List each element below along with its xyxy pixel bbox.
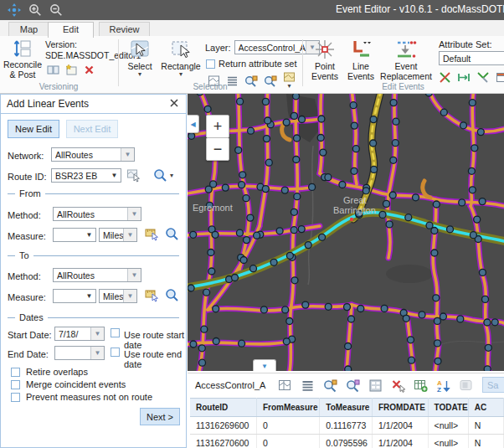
start-date-select[interactable]: 7/18/▼ xyxy=(54,327,105,341)
use-route-start-date-label: Use route start date xyxy=(124,330,186,350)
from-unit-select[interactable]: Miles▼ xyxy=(99,228,137,242)
map-viewport[interactable]: Egremont Great Barrington ◀ + − ▼ xyxy=(188,94,504,371)
use-route-end-date-checkbox[interactable] xyxy=(111,348,120,357)
collapse-table-button[interactable]: ▼ xyxy=(253,359,276,371)
col-ac[interactable]: AC xyxy=(468,399,503,417)
versioning-group-label: Versioning xyxy=(0,82,117,91)
network-select[interactable]: AllRoutes▼ xyxy=(51,147,135,162)
delete-version-icon[interactable] xyxy=(84,64,95,75)
from-measure-select[interactable]: ▼ xyxy=(53,228,96,242)
panel-title: Add Linear Events xyxy=(7,98,89,110)
grid-layer-name: AccessControl_A xyxy=(195,380,265,390)
col-tomeasure[interactable]: ToMeasure xyxy=(320,399,373,417)
grid-identify-icon[interactable] xyxy=(459,378,473,393)
route-id-label: Route ID: xyxy=(8,172,46,182)
selection-group-label: Selection xyxy=(118,82,302,91)
next-edit-button[interactable]: Next Edit xyxy=(66,120,118,138)
save-button[interactable]: Sa xyxy=(482,377,504,393)
from-measure-zoom-icon[interactable] xyxy=(165,227,179,241)
panel-header: Add Linear Events xyxy=(1,95,186,114)
grid-zoom-to-selected-icon[interactable] xyxy=(323,378,337,393)
grid-calculate-icon[interactable] xyxy=(368,378,383,393)
to-measure-zoom-icon[interactable] xyxy=(165,288,179,302)
reconcile-post-button[interactable]: Reconcile & Post xyxy=(3,39,43,80)
map-zoom-in-button[interactable]: + xyxy=(206,115,229,138)
reconcile-post-icon xyxy=(13,39,33,59)
layer-select[interactable]: AccessControl_A ▼ xyxy=(234,40,320,54)
pan-icon[interactable] xyxy=(8,3,21,17)
map-canvas: Egremont Great Barrington xyxy=(188,94,504,371)
zoom-to-route-button[interactable]: ▾ xyxy=(153,168,173,183)
to-measure-locate-icon[interactable] xyxy=(145,288,159,302)
grid-delete-selected-icon[interactable] xyxy=(391,378,405,393)
col-fromdate[interactable]: FROMDATE xyxy=(372,399,428,417)
select-tool-button[interactable]: Select ▾ xyxy=(122,39,157,77)
return-attribute-checkbox[interactable] xyxy=(206,59,215,69)
event-replacement-button[interactable]: Event Replacement xyxy=(378,39,434,81)
to-unit-select[interactable]: Miles▼ xyxy=(99,289,137,303)
layer-label: Layer: xyxy=(205,43,231,53)
prevent-measures-checkbox[interactable] xyxy=(11,393,20,402)
to-legend: To xyxy=(8,250,179,260)
map-label-barrington: Barrington xyxy=(333,205,376,215)
col-routeid[interactable]: RouteID xyxy=(190,399,256,417)
edit-events-group-label: Edit Events xyxy=(302,82,504,91)
tab-review[interactable]: Review xyxy=(99,22,150,36)
to-measure-select[interactable]: ▼ xyxy=(53,289,96,303)
attribute-set-select[interactable]: Default xyxy=(439,51,504,65)
grid-add-record-icon[interactable] xyxy=(414,378,428,393)
end-date-select[interactable]: ▼ xyxy=(54,346,105,360)
table-row[interactable]: 1131627060000.07955961/1/2004<null>N xyxy=(190,435,504,448)
grid-select-on-map-icon[interactable] xyxy=(278,378,292,393)
new-edit-button[interactable]: New Edit xyxy=(8,120,59,138)
use-route-start-date-checkbox[interactable] xyxy=(111,328,120,337)
attribute-set-label: Attribute Set: xyxy=(439,39,492,49)
merge-coincident-label: Merge coincident events xyxy=(26,379,126,389)
zoom-out-icon[interactable] xyxy=(49,3,63,17)
line-events-button[interactable]: Line Events xyxy=(344,39,378,81)
merge-coincident-checkbox[interactable] xyxy=(11,380,20,389)
select-route-on-map-icon[interactable] xyxy=(126,168,141,183)
grid-sort-icon[interactable]: A Z xyxy=(436,378,450,393)
map-label-egremont: Egremont xyxy=(193,203,233,213)
use-route-end-date-label: Use route end date xyxy=(124,349,186,369)
rectangle-tool-button[interactable]: Rectangle ▾ xyxy=(160,39,202,77)
to-method-label: Method: xyxy=(8,271,41,281)
point-events-button[interactable]: Point Events xyxy=(308,39,342,81)
tab-edit[interactable]: Edit xyxy=(48,22,94,38)
retire-overlaps-checkbox[interactable] xyxy=(11,368,20,377)
line-events-icon xyxy=(350,39,372,60)
zoom-in-icon[interactable] xyxy=(28,3,42,17)
select-tool-caret: ▾ xyxy=(122,71,157,77)
collapse-panel-button[interactable]: ◀ xyxy=(188,115,199,133)
app-title: Event Editor - v10.6.1 - docMassDOTN xyxy=(336,3,504,15)
col-frommeasure[interactable]: FromMeasure xyxy=(256,399,319,417)
collapse-bottom-icon: ▼ xyxy=(261,363,268,370)
route-id-select[interactable]: BSR23 EB▼ xyxy=(51,168,121,183)
from-measure-label: Measure: xyxy=(8,231,46,241)
map-label-great: Great xyxy=(343,195,367,205)
select-tool-icon xyxy=(129,39,151,60)
end-date-label: End Date: xyxy=(8,349,49,359)
table-row[interactable]: 1131626960000.11167731/1/2004<null>N xyxy=(190,417,504,435)
point-events-icon xyxy=(314,39,336,60)
title-bar: Event Editor - v10.6.1 - docMassDOTN xyxy=(0,0,504,20)
map-zoom-out-button[interactable]: − xyxy=(206,137,229,161)
ribbon: Reconcile & Post Version: SDE.MASSDOT_ed… xyxy=(0,36,504,94)
next-button[interactable]: Next > xyxy=(140,408,180,425)
to-method-select[interactable]: AllRoutes▼ xyxy=(53,268,141,282)
compare-versions-icon[interactable] xyxy=(47,64,59,76)
from-method-select[interactable]: AllRoutes▼ xyxy=(53,207,141,221)
add-linear-events-panel: Add Linear Events New Edit Next Edit Net… xyxy=(0,94,187,448)
tab-map[interactable]: Map xyxy=(8,22,49,36)
grid-pan-to-selected-icon[interactable] xyxy=(346,378,360,393)
grid-show-selected-icon[interactable] xyxy=(301,378,315,393)
col-todate[interactable]: TODATE xyxy=(428,399,468,417)
new-version-icon[interactable] xyxy=(65,64,78,76)
zoom-to-route-icon xyxy=(153,168,167,183)
from-measure-locate-icon[interactable] xyxy=(145,227,159,241)
to-measure-label: Measure: xyxy=(8,292,46,302)
grid-toolbar: AccessControl_A A Z xyxy=(188,373,504,397)
from-legend: From xyxy=(8,188,179,198)
close-icon[interactable] xyxy=(168,97,180,109)
